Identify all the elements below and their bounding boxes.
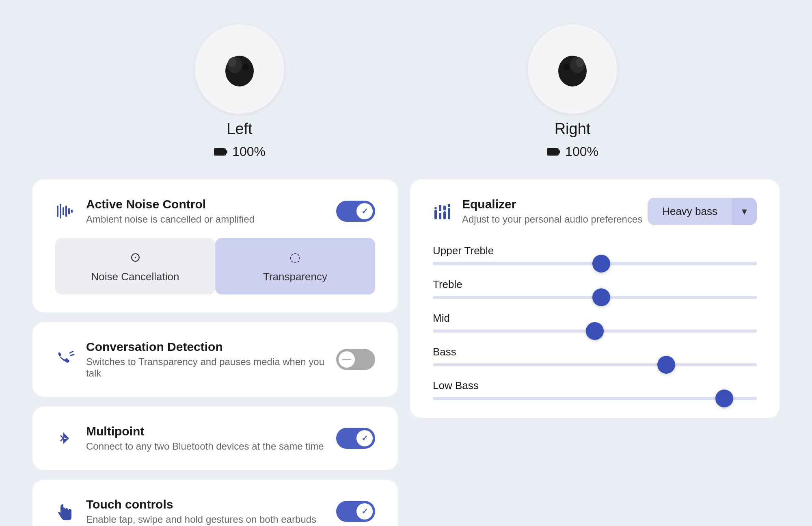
left-earbud-icon bbox=[215, 45, 264, 93]
anc-toggle-thumb: ✓ bbox=[356, 203, 373, 219]
svg-rect-29 bbox=[439, 205, 441, 211]
bass-thumb[interactable] bbox=[657, 356, 675, 374]
svg-rect-28 bbox=[439, 213, 441, 219]
touch-toggle-track[interactable]: ✓ bbox=[336, 501, 375, 522]
svg-rect-5 bbox=[226, 150, 227, 154]
svg-rect-31 bbox=[443, 206, 446, 210]
main-container: Left 100% Right bbox=[0, 0, 812, 526]
svg-line-23 bbox=[71, 355, 74, 355]
eq-title: Equalizer bbox=[462, 197, 642, 211]
anc-text-block: Active Noise Control Ambient noise is ca… bbox=[86, 197, 255, 225]
svg-point-11 bbox=[563, 64, 570, 70]
touch-toggle[interactable]: ✓ bbox=[336, 501, 375, 522]
upper-treble-thumb[interactable] bbox=[592, 255, 610, 273]
mid-track[interactable] bbox=[433, 329, 757, 333]
multipoint-setting-row: Multipoint Connect to any two Bluetooth … bbox=[55, 424, 375, 452]
treble-label: Treble bbox=[433, 278, 757, 291]
multipoint-toggle-track[interactable]: ✓ bbox=[336, 428, 375, 449]
left-earbud-circle bbox=[195, 24, 284, 114]
battery-icon-left bbox=[214, 147, 228, 157]
anc-check-icon: ✓ bbox=[361, 206, 368, 216]
upper-treble-slider-item: Upper Treble bbox=[433, 245, 757, 265]
svg-rect-19 bbox=[65, 206, 67, 217]
conversation-card: Conversation Detection Switches to Trans… bbox=[32, 322, 398, 397]
noise-cancellation-icon: ⊙ bbox=[130, 249, 141, 265]
svg-rect-27 bbox=[434, 207, 437, 209]
conversation-subtitle: Switches to Transparency and pauses medi… bbox=[86, 356, 336, 379]
anc-toggle-track[interactable]: ✓ bbox=[336, 201, 375, 222]
eq-preset-label: Heavy bass bbox=[648, 198, 732, 225]
treble-slider-item: Treble bbox=[433, 278, 757, 299]
svg-rect-33 bbox=[448, 204, 450, 207]
svg-rect-15 bbox=[548, 149, 558, 155]
touch-toggle-thumb: ✓ bbox=[356, 503, 373, 520]
touch-title: Touch controls bbox=[86, 498, 316, 511]
left-earbud-item: Left 100% bbox=[195, 24, 284, 159]
left-earbud-name: Left bbox=[227, 120, 252, 138]
touch-setting-row: Touch controls Enable tap, swipe and hol… bbox=[55, 498, 375, 525]
conversation-toggle-thumb: — bbox=[339, 351, 355, 368]
right-earbud-item: Right 100% bbox=[528, 24, 617, 159]
svg-rect-20 bbox=[68, 208, 70, 214]
svg-rect-17 bbox=[60, 204, 61, 219]
transparency-btn[interactable]: ◌ Transparency bbox=[215, 238, 375, 294]
right-earbud-name: Right bbox=[555, 120, 591, 138]
svg-rect-30 bbox=[443, 211, 446, 219]
svg-rect-32 bbox=[448, 208, 450, 219]
left-earbud-battery: 100% bbox=[214, 144, 266, 159]
bluetooth-icon bbox=[55, 429, 75, 448]
upper-treble-track[interactable] bbox=[433, 262, 757, 265]
low-bass-track[interactable] bbox=[433, 397, 757, 400]
svg-rect-7 bbox=[215, 149, 225, 155]
svg-line-25 bbox=[61, 438, 63, 441]
treble-track[interactable] bbox=[433, 296, 757, 299]
eq-chevron-icon: ▾ bbox=[732, 198, 757, 225]
conversation-setting-left: Conversation Detection Switches to Trans… bbox=[55, 340, 336, 379]
anc-title: Active Noise Control bbox=[86, 197, 255, 211]
anc-setting-row: Active Noise Control Ambient noise is ca… bbox=[55, 197, 375, 225]
multipoint-setting-left: Multipoint Connect to any two Bluetooth … bbox=[55, 424, 324, 452]
eq-header-left: Equalizer Adjust to your personal audio … bbox=[433, 197, 642, 225]
conversation-toggle-track[interactable]: — bbox=[336, 349, 375, 370]
svg-rect-21 bbox=[71, 210, 73, 213]
upper-treble-label: Upper Treble bbox=[433, 245, 757, 257]
noise-cancellation-btn[interactable]: ⊙ Noise Cancellation bbox=[55, 238, 215, 294]
svg-rect-16 bbox=[57, 206, 58, 217]
right-battery-pct: 100% bbox=[565, 144, 598, 159]
earbuds-row: Left 100% Right bbox=[32, 24, 780, 159]
touch-check-icon: ✓ bbox=[361, 507, 368, 516]
noise-cancellation-label: Noise Cancellation bbox=[91, 271, 179, 283]
multipoint-card: Multipoint Connect to any two Bluetooth … bbox=[32, 407, 398, 470]
conversation-toggle[interactable]: — bbox=[336, 349, 375, 370]
svg-line-22 bbox=[70, 351, 73, 353]
anc-toggle[interactable]: ✓ bbox=[336, 201, 375, 222]
eq-preset-button[interactable]: Heavy bass ▾ bbox=[648, 198, 757, 225]
mid-thumb[interactable] bbox=[586, 322, 604, 340]
conversation-dash-icon: — bbox=[342, 354, 351, 365]
touch-card: Touch controls Enable tap, swipe and hol… bbox=[32, 480, 398, 526]
multipoint-toggle[interactable]: ✓ bbox=[336, 428, 375, 449]
eq-subtitle: Adjust to your personal audio preference… bbox=[462, 214, 642, 225]
eq-slider-group: Upper Treble Treble Mid bbox=[433, 245, 757, 400]
multipoint-subtitle: Connect to any two Bluetooth devices at … bbox=[86, 441, 324, 452]
conversation-icon bbox=[55, 350, 75, 369]
multipoint-check-icon: ✓ bbox=[361, 433, 368, 443]
transparency-label: Transparency bbox=[263, 271, 327, 283]
touch-subtitle: Enable tap, swipe and hold gestures on b… bbox=[86, 514, 316, 525]
right-earbud-circle bbox=[528, 24, 617, 114]
treble-thumb[interactable] bbox=[592, 288, 610, 306]
multipoint-toggle-thumb: ✓ bbox=[356, 430, 373, 446]
anc-card: Active Noise Control Ambient noise is ca… bbox=[32, 180, 398, 312]
right-earbud-icon bbox=[548, 45, 597, 93]
svg-point-10 bbox=[576, 58, 584, 67]
battery-icon-right bbox=[546, 147, 561, 157]
svg-point-2 bbox=[228, 58, 236, 67]
eq-icon bbox=[433, 201, 452, 221]
transparency-icon: ◌ bbox=[289, 249, 301, 265]
low-bass-thumb[interactable] bbox=[715, 390, 733, 407]
anc-icon bbox=[55, 201, 75, 221]
left-column: Active Noise Control Ambient noise is ca… bbox=[32, 180, 398, 526]
bass-track[interactable] bbox=[433, 363, 757, 366]
multipoint-title: Multipoint bbox=[86, 424, 324, 438]
touch-setting-left: Touch controls Enable tap, swipe and hol… bbox=[55, 498, 316, 525]
